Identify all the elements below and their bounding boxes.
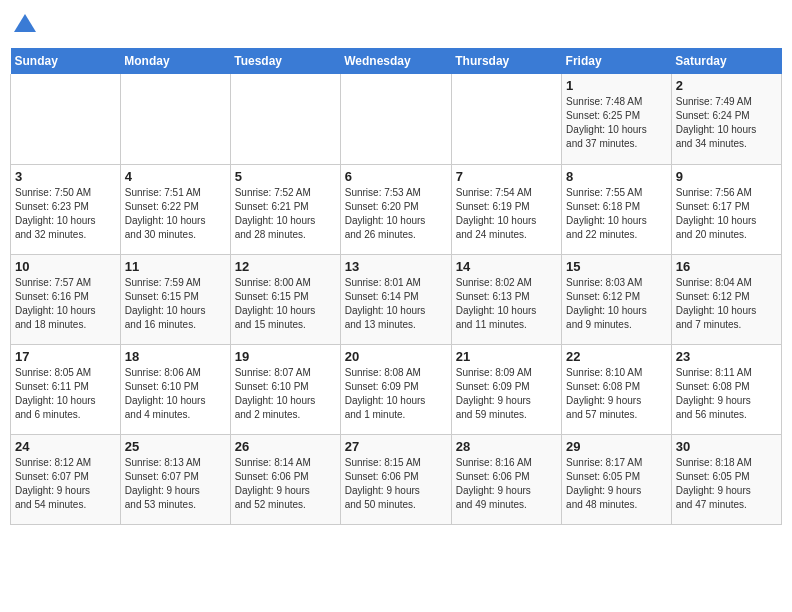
day-info: Sunrise: 8:04 AM Sunset: 6:12 PM Dayligh… — [676, 276, 777, 332]
day-cell: 1Sunrise: 7:48 AM Sunset: 6:25 PM Daylig… — [562, 74, 672, 164]
day-cell: 20Sunrise: 8:08 AM Sunset: 6:09 PM Dayli… — [340, 344, 451, 434]
day-number: 15 — [566, 259, 667, 274]
day-cell: 9Sunrise: 7:56 AM Sunset: 6:17 PM Daylig… — [671, 164, 781, 254]
column-header-monday: Monday — [120, 48, 230, 74]
day-number: 11 — [125, 259, 226, 274]
day-cell: 24Sunrise: 8:12 AM Sunset: 6:07 PM Dayli… — [11, 434, 121, 524]
day-info: Sunrise: 8:17 AM Sunset: 6:05 PM Dayligh… — [566, 456, 667, 512]
day-number: 29 — [566, 439, 667, 454]
day-number: 4 — [125, 169, 226, 184]
week-row-2: 3Sunrise: 7:50 AM Sunset: 6:23 PM Daylig… — [11, 164, 782, 254]
day-info: Sunrise: 7:49 AM Sunset: 6:24 PM Dayligh… — [676, 95, 777, 151]
day-info: Sunrise: 8:01 AM Sunset: 6:14 PM Dayligh… — [345, 276, 447, 332]
day-info: Sunrise: 8:15 AM Sunset: 6:06 PM Dayligh… — [345, 456, 447, 512]
calendar-table: SundayMondayTuesdayWednesdayThursdayFrid… — [10, 48, 782, 525]
day-cell: 23Sunrise: 8:11 AM Sunset: 6:08 PM Dayli… — [671, 344, 781, 434]
day-number: 17 — [15, 349, 116, 364]
day-cell: 4Sunrise: 7:51 AM Sunset: 6:22 PM Daylig… — [120, 164, 230, 254]
day-cell: 16Sunrise: 8:04 AM Sunset: 6:12 PM Dayli… — [671, 254, 781, 344]
day-info: Sunrise: 8:10 AM Sunset: 6:08 PM Dayligh… — [566, 366, 667, 422]
day-cell: 12Sunrise: 8:00 AM Sunset: 6:15 PM Dayli… — [230, 254, 340, 344]
day-number: 2 — [676, 78, 777, 93]
day-info: Sunrise: 8:11 AM Sunset: 6:08 PM Dayligh… — [676, 366, 777, 422]
day-info: Sunrise: 8:02 AM Sunset: 6:13 PM Dayligh… — [456, 276, 557, 332]
day-info: Sunrise: 8:18 AM Sunset: 6:05 PM Dayligh… — [676, 456, 777, 512]
day-number: 5 — [235, 169, 336, 184]
day-info: Sunrise: 7:57 AM Sunset: 6:16 PM Dayligh… — [15, 276, 116, 332]
calendar-header-row: SundayMondayTuesdayWednesdayThursdayFrid… — [11, 48, 782, 74]
day-info: Sunrise: 7:48 AM Sunset: 6:25 PM Dayligh… — [566, 95, 667, 151]
day-cell — [11, 74, 121, 164]
day-info: Sunrise: 7:55 AM Sunset: 6:18 PM Dayligh… — [566, 186, 667, 242]
day-number: 30 — [676, 439, 777, 454]
day-info: Sunrise: 8:09 AM Sunset: 6:09 PM Dayligh… — [456, 366, 557, 422]
day-cell: 3Sunrise: 7:50 AM Sunset: 6:23 PM Daylig… — [11, 164, 121, 254]
day-number: 18 — [125, 349, 226, 364]
day-cell — [451, 74, 561, 164]
day-number: 10 — [15, 259, 116, 274]
page-header — [10, 10, 782, 40]
day-number: 1 — [566, 78, 667, 93]
day-number: 9 — [676, 169, 777, 184]
day-cell — [120, 74, 230, 164]
day-info: Sunrise: 7:52 AM Sunset: 6:21 PM Dayligh… — [235, 186, 336, 242]
day-info: Sunrise: 8:16 AM Sunset: 6:06 PM Dayligh… — [456, 456, 557, 512]
day-number: 8 — [566, 169, 667, 184]
day-number: 24 — [15, 439, 116, 454]
day-info: Sunrise: 7:51 AM Sunset: 6:22 PM Dayligh… — [125, 186, 226, 242]
day-info: Sunrise: 7:53 AM Sunset: 6:20 PM Dayligh… — [345, 186, 447, 242]
day-cell: 19Sunrise: 8:07 AM Sunset: 6:10 PM Dayli… — [230, 344, 340, 434]
day-info: Sunrise: 8:13 AM Sunset: 6:07 PM Dayligh… — [125, 456, 226, 512]
day-info: Sunrise: 8:00 AM Sunset: 6:15 PM Dayligh… — [235, 276, 336, 332]
day-cell: 29Sunrise: 8:17 AM Sunset: 6:05 PM Dayli… — [562, 434, 672, 524]
day-cell: 21Sunrise: 8:09 AM Sunset: 6:09 PM Dayli… — [451, 344, 561, 434]
day-cell: 6Sunrise: 7:53 AM Sunset: 6:20 PM Daylig… — [340, 164, 451, 254]
week-row-5: 24Sunrise: 8:12 AM Sunset: 6:07 PM Dayli… — [11, 434, 782, 524]
day-cell: 11Sunrise: 7:59 AM Sunset: 6:15 PM Dayli… — [120, 254, 230, 344]
day-number: 7 — [456, 169, 557, 184]
day-number: 13 — [345, 259, 447, 274]
day-number: 21 — [456, 349, 557, 364]
column-header-thursday: Thursday — [451, 48, 561, 74]
week-row-1: 1Sunrise: 7:48 AM Sunset: 6:25 PM Daylig… — [11, 74, 782, 164]
day-cell: 14Sunrise: 8:02 AM Sunset: 6:13 PM Dayli… — [451, 254, 561, 344]
column-header-sunday: Sunday — [11, 48, 121, 74]
day-cell: 28Sunrise: 8:16 AM Sunset: 6:06 PM Dayli… — [451, 434, 561, 524]
day-number: 23 — [676, 349, 777, 364]
day-cell: 27Sunrise: 8:15 AM Sunset: 6:06 PM Dayli… — [340, 434, 451, 524]
logo — [10, 10, 44, 40]
day-info: Sunrise: 7:50 AM Sunset: 6:23 PM Dayligh… — [15, 186, 116, 242]
day-number: 26 — [235, 439, 336, 454]
day-cell: 15Sunrise: 8:03 AM Sunset: 6:12 PM Dayli… — [562, 254, 672, 344]
day-cell: 22Sunrise: 8:10 AM Sunset: 6:08 PM Dayli… — [562, 344, 672, 434]
day-number: 14 — [456, 259, 557, 274]
day-cell: 17Sunrise: 8:05 AM Sunset: 6:11 PM Dayli… — [11, 344, 121, 434]
day-number: 16 — [676, 259, 777, 274]
day-cell: 26Sunrise: 8:14 AM Sunset: 6:06 PM Dayli… — [230, 434, 340, 524]
day-cell — [230, 74, 340, 164]
day-cell: 8Sunrise: 7:55 AM Sunset: 6:18 PM Daylig… — [562, 164, 672, 254]
day-number: 19 — [235, 349, 336, 364]
day-number: 20 — [345, 349, 447, 364]
logo-icon — [10, 10, 40, 40]
day-number: 27 — [345, 439, 447, 454]
day-cell: 30Sunrise: 8:18 AM Sunset: 6:05 PM Dayli… — [671, 434, 781, 524]
day-info: Sunrise: 8:06 AM Sunset: 6:10 PM Dayligh… — [125, 366, 226, 422]
day-info: Sunrise: 7:59 AM Sunset: 6:15 PM Dayligh… — [125, 276, 226, 332]
column-header-friday: Friday — [562, 48, 672, 74]
svg-marker-0 — [14, 14, 36, 32]
day-cell — [340, 74, 451, 164]
day-cell: 5Sunrise: 7:52 AM Sunset: 6:21 PM Daylig… — [230, 164, 340, 254]
week-row-4: 17Sunrise: 8:05 AM Sunset: 6:11 PM Dayli… — [11, 344, 782, 434]
day-number: 6 — [345, 169, 447, 184]
day-info: Sunrise: 8:03 AM Sunset: 6:12 PM Dayligh… — [566, 276, 667, 332]
day-info: Sunrise: 8:14 AM Sunset: 6:06 PM Dayligh… — [235, 456, 336, 512]
day-number: 25 — [125, 439, 226, 454]
day-info: Sunrise: 7:56 AM Sunset: 6:17 PM Dayligh… — [676, 186, 777, 242]
day-cell: 25Sunrise: 8:13 AM Sunset: 6:07 PM Dayli… — [120, 434, 230, 524]
day-number: 12 — [235, 259, 336, 274]
day-info: Sunrise: 7:54 AM Sunset: 6:19 PM Dayligh… — [456, 186, 557, 242]
day-number: 3 — [15, 169, 116, 184]
day-cell: 7Sunrise: 7:54 AM Sunset: 6:19 PM Daylig… — [451, 164, 561, 254]
day-info: Sunrise: 8:05 AM Sunset: 6:11 PM Dayligh… — [15, 366, 116, 422]
